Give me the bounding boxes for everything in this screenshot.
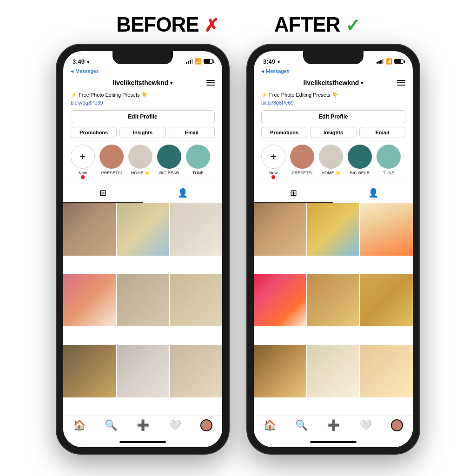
bio-link-after[interactable]: bit.ly/3g8Pe69 <box>261 100 294 106</box>
messages-bar-after[interactable]: ◂ Messages <box>254 68 413 76</box>
messages-bar[interactable]: ◂ Messages <box>63 68 222 76</box>
search-nav-icon[interactable]: 🔍 <box>105 419 117 431</box>
dropdown-icon-after: ▾ <box>361 80 363 86</box>
presets-label: PRESETS! <box>101 171 122 175</box>
menu-button-after[interactable] <box>397 80 405 86</box>
tagged-tab-after[interactable]: 👤 <box>333 184 413 203</box>
profile-nav-avatar-after[interactable] <box>391 419 403 431</box>
insights-button-after[interactable]: Insights <box>310 127 356 138</box>
highlight-home-after[interactable]: HOME 🌟 <box>319 145 343 179</box>
highlight-bigbear-after[interactable]: BIG BEAR <box>348 145 372 179</box>
photo-after-9[interactable] <box>360 345 413 397</box>
notch <box>112 51 173 64</box>
search-nav-icon-after[interactable]: 🔍 <box>295 419 308 431</box>
photo-after-3[interactable] <box>360 203 413 256</box>
photo-after-2[interactable] <box>307 203 360 256</box>
messages-link-after[interactable]: Messages <box>266 68 289 74</box>
battery-icon <box>204 59 213 64</box>
photo-after-5[interactable] <box>307 274 360 327</box>
after-label: AFTER <box>274 13 340 36</box>
time-after: 3:49 <box>263 58 275 65</box>
action-buttons: Edit Profile <box>63 110 222 127</box>
content-tabs-after: ⊞ 👤 <box>254 184 413 203</box>
grid-tab-after[interactable]: ⊞ <box>254 184 333 203</box>
tagged-tab[interactable]: 👤 <box>143 184 222 203</box>
new-dot-after <box>271 175 275 179</box>
bottom-nav-after: 🏠 🔍 ➕ 🤍 <box>254 415 413 437</box>
signal-icon <box>186 59 193 64</box>
photo-7[interactable] <box>63 345 116 397</box>
heart-nav-icon[interactable]: 🤍 <box>169 419 181 431</box>
photo-2[interactable] <box>117 203 169 256</box>
messages-link[interactable]: Messages <box>75 68 99 74</box>
edit-profile-button-after[interactable]: Edit Profile <box>261 110 405 123</box>
wifi-icon-after: 📶 <box>385 58 392 65</box>
promotions-button-after[interactable]: Promotions <box>261 127 307 138</box>
bottom-nav: 🏠 🔍 ➕ 🤍 <box>63 415 222 437</box>
highlight-bigbear[interactable]: BIG BEAR <box>157 145 181 179</box>
grid-tab[interactable]: ⊞ <box>63 184 143 203</box>
gps-icon-after: ◂ <box>277 59 279 64</box>
bigbear-label: BIG BEAR <box>159 171 179 175</box>
home-label-after: HOME 🌟 <box>322 171 341 175</box>
photo-after-8[interactable] <box>307 345 360 397</box>
highlight-new-label: New <box>79 171 87 175</box>
home-nav-icon[interactable]: 🏠 <box>73 419 86 431</box>
tune-label: TUNE <box>192 171 204 175</box>
photo-after-7[interactable] <box>254 345 306 397</box>
after-phone: 3:49 ◂ 📶 ◂ Messages livelikei <box>247 45 419 454</box>
add-nav-icon[interactable]: ➕ <box>137 419 149 431</box>
photo-5[interactable] <box>117 274 169 327</box>
menu-button[interactable] <box>206 80 215 86</box>
before-label: BEFORE <box>116 13 198 36</box>
insights-button[interactable]: Insights <box>119 127 165 138</box>
photo-grid-after <box>254 203 413 415</box>
home-indicator-after <box>254 437 413 447</box>
photo-6[interactable] <box>170 274 222 327</box>
username-display-after[interactable]: livelikeitsthewknd ▾ <box>304 79 364 86</box>
bio-link[interactable]: bit.ly/3g8Pe69 <box>71 100 103 106</box>
username-display[interactable]: livelikeitsthewknd ▾ <box>113 79 173 86</box>
photo-8[interactable] <box>117 345 169 397</box>
photo-1[interactable] <box>63 203 116 256</box>
highlight-presets[interactable]: PRESETS! <box>99 145 124 179</box>
edit-profile-button[interactable]: Edit Profile <box>71 110 215 123</box>
gps-icon: ◂ <box>86 59 89 64</box>
photo-after-6[interactable] <box>360 274 413 327</box>
bigbear-circle <box>157 145 181 169</box>
home-nav-icon-after[interactable]: 🏠 <box>264 419 276 431</box>
highlight-presets-after[interactable]: PRESETS! <box>290 145 314 179</box>
photo-9[interactable] <box>170 345 222 397</box>
email-button-after[interactable]: Email <box>359 127 405 138</box>
photo-after-4[interactable] <box>254 274 306 327</box>
highlight-tune-after[interactable]: TUNE <box>377 145 401 179</box>
heart-nav-icon-after[interactable]: 🤍 <box>359 419 372 431</box>
highlight-new-after[interactable]: + New <box>261 145 285 179</box>
story-highlights: + New PRESETS! HOME 🌟 BIG BEAR <box>63 142 222 184</box>
after-title: AFTER ✓ <box>274 13 360 36</box>
sub-action-buttons-after: Promotions Insights Email <box>254 127 413 142</box>
battery-icon-after <box>394 59 403 64</box>
photo-3[interactable] <box>170 203 222 256</box>
photo-4[interactable] <box>63 274 116 327</box>
username-text-after: livelikeitsthewknd <box>304 79 359 86</box>
back-arrow-icon: ◂ <box>71 68 73 74</box>
profile-nav-avatar[interactable] <box>200 419 212 431</box>
add-nav-icon-after[interactable]: ➕ <box>327 419 340 431</box>
before-title: BEFORE ✗ <box>116 13 218 36</box>
highlight-new[interactable]: + New <box>71 145 95 179</box>
highlight-home[interactable]: HOME 🌟 <box>128 145 152 179</box>
new-dot <box>81 175 85 179</box>
profile-header-after: livelikeitsthewknd ▾ <box>254 76 413 89</box>
add-highlight-circle[interactable]: + <box>71 145 95 169</box>
presets-label-after: PRESETS! <box>292 171 313 175</box>
tune-circle-after <box>377 145 401 169</box>
add-highlight-circle-after[interactable]: + <box>261 145 285 169</box>
back-arrow-icon-after: ◂ <box>261 68 264 74</box>
bio-section: ⚡ Free Photo Editing Presets 👇 bit.ly/3g… <box>63 89 222 110</box>
before-phone: 3:49 ◂ 📶 ◂ Messages livelikei <box>57 45 229 454</box>
email-button[interactable]: Email <box>169 127 215 138</box>
photo-after-1[interactable] <box>254 203 306 256</box>
highlight-tune[interactable]: TUNE <box>186 145 210 179</box>
promotions-button[interactable]: Promotions <box>71 127 117 138</box>
